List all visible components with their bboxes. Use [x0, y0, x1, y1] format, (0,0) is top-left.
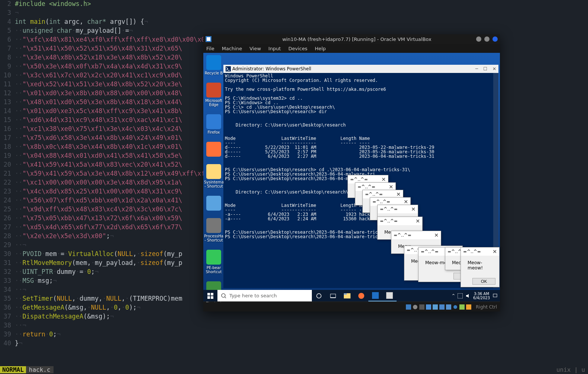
- start-button[interactable]: [203, 290, 217, 301]
- vbox-title: win10-MA (fresh+idapro7.7) [Running] - O…: [214, 36, 500, 42]
- taskbar-firefox-icon[interactable]: [354, 290, 368, 301]
- taskbar-clock[interactable]: 3:36 AM 6/4/2023: [473, 292, 490, 300]
- code-content[interactable]: ··"\x48\x01\xd0\x50\x3e\x8b\x48\x18\x3e\…: [15, 98, 182, 107]
- code-content[interactable]: ··"\xd5\x4d\x65\x6f\x77\x2d\x6d\x65\x6f\…: [15, 223, 182, 232]
- taskbar-search[interactable]: Type here to search: [217, 290, 312, 301]
- svg-rect-28: [459, 304, 465, 310]
- menu-machine[interactable]: Machine: [222, 46, 242, 51]
- vbox-maximize-button[interactable]: [484, 36, 490, 42]
- code-content[interactable]: ··unsigned·char·my_payload[]·=¬: [15, 27, 133, 36]
- code-content[interactable]: ··"\xed\x52\x41\x51\x3e\x48\x8b\x52\x20\…: [15, 80, 182, 89]
- line-number: 39: [0, 330, 15, 339]
- code-content[interactable]: ··"\x51\x41\x50\x52\x51\x56\x48\x31\xd2\…: [15, 45, 182, 54]
- code-content[interactable]: ··"\x01\xd0\x3e\x8b\x80\x88\x00\x00\x00\…: [15, 89, 182, 98]
- messagebox-close-button[interactable]: ✕: [492, 249, 497, 255]
- desktop-icon[interactable]: [204, 142, 223, 157]
- vbox-close-button[interactable]: [492, 36, 498, 42]
- ps-maximize-button[interactable]: ☐: [483, 66, 487, 71]
- taskbar-taskview-icon[interactable]: [326, 290, 340, 301]
- code-content[interactable]: }¬: [15, 339, 23, 348]
- code-content[interactable]: ··return·0;¬: [15, 330, 61, 339]
- desktop-icon[interactable]: Firefox: [204, 114, 223, 134]
- code-content[interactable]: #include <windows.h>: [15, 0, 91, 9]
- messagebox[interactable]: =^..^=✕Meow-meow!OK: [461, 247, 500, 287]
- code-content[interactable]: ··"\x75\x05\xbb\x47\x13\x72\x6f\x6a\x00\…: [15, 214, 182, 223]
- menu-view[interactable]: View: [249, 46, 261, 51]
- messagebox-titlebar[interactable]: =^..^=✕: [378, 205, 418, 213]
- tray-up-icon[interactable]: ^: [452, 294, 455, 298]
- line-number: 26: [0, 214, 15, 223]
- desktop-icon-image: [206, 142, 221, 157]
- desktop-icon[interactable]: Recycle B: [204, 55, 223, 75]
- code-content[interactable]: ··"\xc1\x38\xe0\x75\xf1\x3e\x4c\x03\x4c\…: [15, 125, 182, 134]
- tray-network-icon[interactable]: [458, 293, 463, 298]
- ps-minimize-button[interactable]: ─: [475, 66, 478, 71]
- code-content[interactable]: ··"\x3c\x61\x7c\x02\x2c\x20\x41\xc1\xc9\…: [15, 71, 182, 80]
- code-content[interactable]: ··"\xd6\x4d\x31\xc9\x48\x31\xc0\xac\x41\…: [15, 116, 182, 125]
- taskbar-explorer-icon[interactable]: [340, 290, 354, 301]
- code-content[interactable]: ··"\xc1\x00\x00\x00\x00\x3e\x48\x8d\x95\…: [15, 179, 182, 188]
- line-number: 33: [0, 277, 15, 286]
- taskbar-app-icon[interactable]: [382, 290, 397, 301]
- code-content[interactable]: ··"\x75\xd6\x58\x3e\x44\x8b\x40\x24\x49\…: [15, 134, 182, 143]
- messagebox-close-button[interactable]: ✕: [404, 199, 408, 205]
- desktop-icon[interactable]: [204, 196, 223, 211]
- tray-volume-icon[interactable]: [465, 293, 471, 298]
- messagebox-close-button[interactable]: ✕: [396, 191, 401, 197]
- messagebox-close-button[interactable]: ✕: [434, 232, 439, 238]
- desktop-icon[interactable]: ProcessHa - Shortcut: [204, 218, 223, 242]
- desktop-icon[interactable]: Sysinterna - Shortcut: [204, 164, 223, 188]
- code-content[interactable]: ¬: [15, 9, 19, 18]
- code-content[interactable]: ··RtlMoveMemory(mem,·my_payload,·sizeof(…: [15, 259, 182, 268]
- code-content[interactable]: ··"\x56\x07\xff\xd5\xbb\xe0\x1d\x2a\x0a\…: [15, 196, 182, 205]
- code-content[interactable]: ··"\x9d\xff\xd5\x48\x83\xc4\x28\x3c\x06\…: [15, 205, 182, 214]
- powershell-output[interactable]: Windows PowerShell Copyright (C) Microso…: [223, 73, 498, 240]
- messagebox-close-button[interactable]: ✕: [381, 176, 386, 182]
- code-content[interactable]: ··"\x8b\x0c\x48\x3e\x44\x8b\x40\x1c\x49\…: [15, 143, 182, 152]
- powershell-titlebar[interactable]: Administrator: Windows PowerShell ─ ☐ ✕: [223, 65, 498, 73]
- menu-help[interactable]: Help: [315, 46, 326, 51]
- taskbar-cortana-icon[interactable]: [312, 290, 326, 301]
- menu-devices[interactable]: Devices: [288, 46, 307, 51]
- code-content[interactable]: ··"\x50\x3e\x48\x0f\xb7\x4a\x4a\x4d\x31\…: [15, 63, 182, 71]
- vm-desktop[interactable]: Recycle BMicrosoft EdgeFirefoxSysinterna…: [203, 53, 500, 290]
- messagebox-titlebar[interactable]: =^..^=✕: [378, 217, 422, 225]
- menu-input[interactable]: Input: [268, 46, 281, 51]
- messagebox-ok-button[interactable]: OK: [472, 278, 495, 285]
- desktop-icon[interactable]: PE-bear Shortcut: [204, 250, 223, 274]
- ps-close-button[interactable]: ✕: [492, 66, 496, 71]
- code-content[interactable]: ··¬: [15, 241, 26, 250]
- code-content[interactable]: ··DispatchMessageA(&msg);¬: [15, 313, 114, 322]
- code-content[interactable]: ··MSG·msg;¬: [15, 277, 57, 286]
- code-content[interactable]: ··UINT_PTR·dummy·=·0;¬: [15, 268, 98, 277]
- code-content[interactable]: ··SetTimer(NULL,·dummy,·NULL,·(TIMERPROC…: [15, 295, 182, 304]
- code-content[interactable]: int main(int argc, char* argv[]) {¬: [15, 18, 148, 27]
- code-line: 37··DispatchMessageA(&msg);¬: [0, 313, 588, 322]
- code-content[interactable]: ··"\x2e\x2e\x5e\x3d\x00";¬: [15, 232, 114, 241]
- code-content[interactable]: ··"\x3e\x48\x8b\x52\x18\x3e\x48\x8b\x52\…: [15, 54, 182, 63]
- tray-notifications-icon[interactable]: [492, 293, 498, 298]
- code-content[interactable]: ··"\x01\xd0\xe3\x5c\x48\xff\xc9\x3e\x41\…: [15, 107, 182, 116]
- messagebox-close-button[interactable]: ✕: [411, 206, 416, 212]
- messagebox-close-button[interactable]: ✕: [416, 218, 420, 224]
- desktop-icon[interactable]: Microsoft Edge: [204, 83, 223, 107]
- code-content[interactable]: ··¬: [15, 322, 26, 330]
- code-content[interactable]: ··GetMessageA(&msg,·NULL,·0,·0);¬: [15, 304, 140, 313]
- vbox-titlebar[interactable]: win10-MA (fresh+idapro7.7) [Running] - O…: [203, 34, 500, 44]
- line-number: 25: [0, 205, 15, 214]
- vbox-minimize-button[interactable]: [476, 36, 481, 42]
- code-content[interactable]: ··"\x59\x41\x59\x5a\x3e\x48\x8b\x12\xe9\…: [15, 170, 213, 179]
- code-content[interactable]: ··"\x4c\x8d\x85\x25\x01\x00\x00\x48\x31\…: [15, 188, 182, 196]
- messagebox-titlebar[interactable]: =^..^=✕: [391, 231, 441, 239]
- code-content[interactable]: ··¬: [15, 286, 26, 295]
- line-number: 37: [0, 313, 15, 322]
- taskbar-powershell-icon[interactable]: [368, 290, 382, 301]
- code-content[interactable]: ··PVOID·mem·=·VirtualAlloc(NULL,·sizeof(…: [15, 250, 182, 259]
- line-number: 31: [0, 259, 15, 268]
- menu-file[interactable]: File: [206, 46, 214, 51]
- line-number: 29: [0, 241, 15, 250]
- messagebox-titlebar[interactable]: =^..^=✕: [461, 247, 499, 256]
- code-content[interactable]: ··"\x41\x59\x41\x5a\x48\x83\xec\x20\x41\…: [15, 161, 182, 170]
- messagebox-close-button[interactable]: ✕: [389, 184, 393, 190]
- code-content[interactable]: ··"\x04\x88\x48\x01\xd0\x41\x58\x41\x58\…: [15, 152, 182, 161]
